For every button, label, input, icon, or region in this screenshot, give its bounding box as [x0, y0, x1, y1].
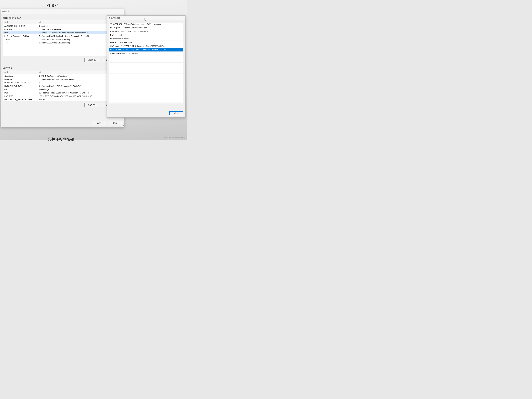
edit-env-window: 编辑环境变量 %USERPROFILE%\AppData\Local\Micro…: [107, 15, 185, 118]
list-item-empty[interactable]: [109, 77, 183, 81]
list-item-empty[interactable]: [109, 66, 183, 70]
table-row[interactable]: ComSpecC:\WINDOWS\system32\cmd.exe: [3, 74, 122, 78]
var-name: OneDrive: [3, 28, 38, 31]
list-item-empty[interactable]: [109, 59, 183, 63]
table-row[interactable]: OSWindows_NT: [3, 88, 122, 91]
col-header-variable[interactable]: 变量: [3, 70, 38, 74]
table-row[interactable]: OneDriveC:\Users\39021\OneDrive: [3, 28, 122, 31]
close-button[interactable]: [117, 10, 123, 13]
var-name: DriverData: [3, 78, 38, 81]
cancel-button[interactable]: 取消: [108, 121, 122, 125]
list-item-empty[interactable]: [109, 95, 183, 99]
list-item[interactable]: D:\Anaconda3\Scripts: [109, 37, 183, 41]
table-row[interactable]: TEMPC:\Users\39021\AppData\Local\Temp: [3, 38, 122, 41]
var-name: ANDROID_SDK_HOME: [3, 24, 38, 28]
list-item-empty[interactable]: [109, 92, 183, 95]
table-row[interactable]: NVTOOLSEXT_PATHC:\Program Files\NVIDIA C…: [3, 84, 122, 88]
list-item-empty[interactable]: [109, 74, 183, 77]
var-name: PyCharm Community Edition: [3, 34, 38, 38]
list-item-empty[interactable]: [109, 99, 183, 103]
system-vars-label: 系统变量(S): [1, 63, 124, 70]
edit-env-titlebar[interactable]: 编辑环境变量: [107, 16, 185, 20]
table-row[interactable]: PATHEXT.COM;.EXE;.BAT;.CMD;.VBS;.VBE;.JS…: [3, 95, 122, 98]
ok-button[interactable]: 确定: [92, 121, 106, 125]
var-name: Path: [3, 91, 38, 95]
list-item[interactable]: D:\Anaconda3: [109, 33, 183, 37]
settings-heading-combine: 合并任务栏按钮: [48, 137, 74, 142]
var-name: Path: [3, 31, 38, 34]
user-vars-label: 39021 的用户变量(U): [1, 14, 124, 20]
path-entries-list[interactable]: %USERPROFILE%\AppData\Local\Microsoft\Wi…: [109, 22, 183, 103]
list-item-empty[interactable]: [109, 84, 183, 88]
list-item[interactable]: C:\Program Files\NVIDIA GPU Computing To…: [109, 44, 183, 48]
list-item-empty[interactable]: [109, 88, 183, 92]
watermark-text: https://blog.csdn.net/haimanchen: [165, 137, 185, 138]
list-item-empty[interactable]: [109, 70, 183, 74]
var-name: OS: [3, 88, 38, 91]
user-vars-table[interactable]: 变量 值 ANDROID_SDK_HOMEC:\AndroidOneDriveC…: [3, 20, 122, 56]
resize-grip[interactable]: [122, 125, 124, 127]
var-name: ComSpec: [3, 74, 38, 78]
table-row[interactable]: PathC:\Users\39021\AppData\Local\Microso…: [3, 31, 122, 34]
list-item[interactable]: iles\NVIDIA GPU Computing Toolkit\CUDA\v…: [109, 48, 183, 52]
table-row[interactable]: Path;C:\Program Files (x86)\Intel\Intel(…: [3, 91, 122, 95]
new-sys-var-button[interactable]: 新建(W)...: [84, 103, 100, 107]
list-item-empty[interactable]: [109, 55, 183, 59]
table-row[interactable]: PyCharm Community EditionD:\Program File…: [3, 34, 122, 38]
list-item[interactable]: D:\Anaconda3\Library\bin: [109, 41, 183, 44]
list-item-empty[interactable]: [109, 81, 183, 84]
var-name: TMP: [3, 41, 38, 44]
close-icon: [119, 10, 121, 13]
system-vars-table[interactable]: 变量 值 ComSpecC:\WINDOWS\system32\cmd.exeD…: [3, 70, 122, 101]
list-item[interactable]: %USERPROFILE%\AppData\Local\Microsoft\Wi…: [109, 22, 183, 26]
list-item[interactable]: D:\Program Files\opencv\build\x64\vc15\b…: [109, 26, 183, 30]
table-row[interactable]: TMPC:\Users\39021\AppData\Local\Temp: [3, 41, 122, 44]
list-item[interactable]: C:\Program Files\NVIDIA Corporation\NVSM…: [109, 30, 183, 33]
env-vars-window: 环境变量 39021 的用户变量(U) 变量 值 ANDROID_SDK_HOM…: [0, 9, 124, 127]
table-row[interactable]: NUMBER_OF_PROCESSORS12: [3, 81, 122, 84]
table-row[interactable]: ANDROID_SDK_HOMEC:\Android: [3, 24, 122, 28]
env-vars-title: 环境变量: [2, 10, 10, 13]
list-item-empty[interactable]: [109, 63, 183, 66]
var-name: PATHEXT: [3, 95, 38, 98]
table-row[interactable]: DriverDataC:\Windows\System32\Drivers\Dr…: [3, 78, 122, 81]
var-name: TEMP: [3, 38, 38, 41]
settings-heading-taskbar: 任务栏: [47, 3, 58, 8]
table-row[interactable]: PROCESSOR_ARCHITECTUREAMD64: [3, 98, 122, 101]
var-name: NVTOOLSEXT_PATH: [3, 84, 38, 88]
edit-env-title: 编辑环境变量: [109, 17, 120, 19]
list-item[interactable]: %PyCharm Community Edition%: [109, 52, 183, 55]
col-header-variable[interactable]: 变量: [3, 20, 38, 24]
new-user-var-button[interactable]: 新建(N)...: [84, 58, 100, 62]
var-name: NUMBER_OF_PROCESSORS: [3, 81, 38, 84]
env-vars-titlebar[interactable]: 环境变量: [1, 9, 124, 14]
var-name: PROCESSOR_ARCHITECTURE: [3, 98, 38, 101]
list-item-empty[interactable]: [109, 103, 183, 103]
ok-button[interactable]: 确定: [169, 111, 183, 115]
